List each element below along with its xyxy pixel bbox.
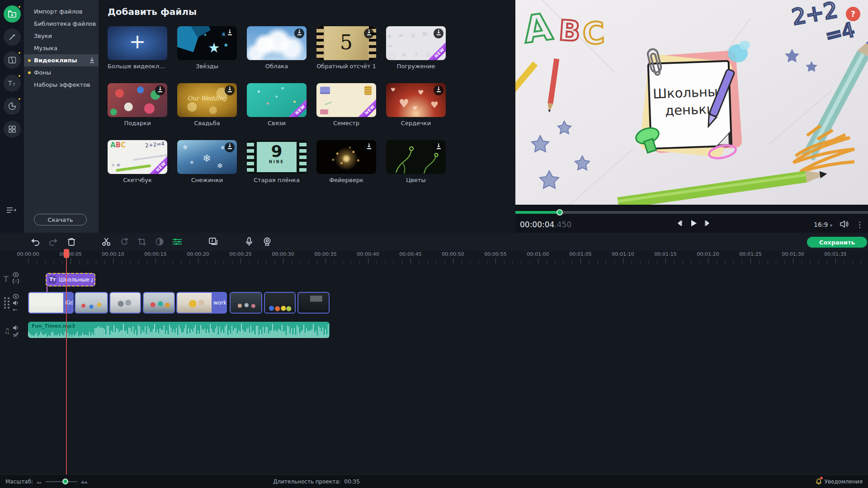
video-clip-4[interactable]: [143, 292, 175, 314]
add-track-icon[interactable]: [6, 206, 16, 216]
track-mute-icon[interactable]: [13, 325, 19, 331]
time-ruler[interactable]: 00:00:0000:00:0500:00:1000:00:1500:00:20…: [0, 251, 868, 264]
download-badge-icon[interactable]: ↓: [155, 85, 165, 95]
menu-item-4[interactable]: Музыка: [24, 42, 99, 54]
track-visibility-icon[interactable]: [13, 294, 19, 299]
audio-clip[interactable]: Fun_Times.mp3: [28, 322, 330, 338]
previous-frame-button[interactable]: [676, 220, 683, 227]
menu-item-6[interactable]: Фоны: [24, 66, 99, 79]
zoom-in-icon[interactable]: [81, 479, 88, 485]
preview-progress-bar[interactable]: [515, 211, 868, 214]
library-tile-semester[interactable]: NEWСеместр: [316, 83, 376, 127]
download-icon[interactable]: [89, 57, 95, 63]
library-tile-countdown[interactable]: 5↓Обратный отсчёт 1: [316, 26, 376, 70]
track-visibility-icon[interactable]: [13, 272, 19, 277]
volume-icon[interactable]: [840, 221, 849, 229]
tile-label: Подарки: [108, 120, 167, 127]
undo-button[interactable]: [29, 235, 42, 248]
track-arrow-icon[interactable]: ←: [13, 307, 19, 313]
help-button[interactable]: ?: [846, 7, 860, 21]
library-tile-links[interactable]: NEWСвязи: [247, 83, 307, 127]
filters-wand-icon[interactable]: [4, 28, 21, 46]
title-clip[interactable]: Tт Школьные д: [46, 273, 95, 286]
more-tools-icon[interactable]: [4, 121, 21, 138]
transitions-icon[interactable]: [4, 52, 21, 69]
transport-controls: [676, 219, 711, 227]
timeline-zoom-knob[interactable]: [62, 479, 68, 484]
menu-item-2[interactable]: Библиотека файлов: [24, 18, 99, 30]
download-content-button[interactable]: Скачать: [34, 214, 87, 225]
download-badge-icon[interactable]: ↓: [294, 28, 304, 38]
save-button[interactable]: Сохранить: [807, 237, 867, 248]
overlay-button[interactable]: [207, 235, 220, 248]
redo-button[interactable]: [47, 235, 60, 248]
new-badge: NEW: [355, 95, 376, 117]
library-tile-oldfilm[interactable]: 9NINEСтарая плёнка: [247, 140, 307, 184]
download-badge-icon[interactable]: ↓: [434, 85, 443, 95]
media-import-icon[interactable]: [4, 5, 21, 23]
ruler-tick: [776, 261, 776, 264]
track-link-icon[interactable]: [13, 278, 19, 284]
bell-icon: [816, 478, 822, 486]
clip-thumbnail: [144, 293, 174, 313]
playhead[interactable]: [66, 251, 67, 474]
ruler-tick: [215, 261, 216, 264]
download-badge-icon[interactable]: ↓: [225, 142, 235, 152]
svg-text:T: T: [8, 80, 12, 87]
rotate-button[interactable]: [118, 235, 131, 248]
menu-item-7[interactable]: Наборы эффектов: [24, 79, 99, 91]
library-tile-wedding[interactable]: Our Wedding↓Свадьба: [177, 83, 237, 127]
video-clip-6[interactable]: [230, 292, 262, 314]
aspect-ratio-select[interactable]: 16:9 ▾: [814, 221, 832, 228]
library-tile-snowflakes[interactable]: ❄❄❄❄❄↓Снежинки: [177, 140, 237, 184]
stickers-icon[interactable]: [4, 98, 21, 115]
menu-item-3[interactable]: Звуки: [24, 30, 99, 42]
library-tile-gifts[interactable]: ↓Подарки: [108, 83, 167, 127]
video-clip-5[interactable]: work: [176, 292, 227, 314]
zoom-out-icon[interactable]: [37, 479, 42, 485]
webcam-capture-button[interactable]: [261, 235, 274, 248]
download-badge-icon[interactable]: ↓: [364, 142, 374, 152]
ruler-label: 00:01:00: [527, 251, 549, 257]
download-badge-icon[interactable]: ↓: [225, 85, 235, 95]
crop-button[interactable]: [136, 235, 148, 248]
library-tile-flowers[interactable]: ↓Цветы: [386, 140, 446, 184]
tile-label: Старая плёнка: [247, 177, 307, 184]
next-frame-button[interactable]: [704, 220, 711, 227]
download-badge-icon[interactable]: ↓: [434, 142, 443, 152]
download-badge-icon[interactable]: ↓: [225, 28, 235, 38]
timeline-zoom-slider[interactable]: [46, 481, 77, 482]
menu-item-5[interactable]: Видеоклипы: [24, 54, 99, 66]
record-audio-button[interactable]: [243, 235, 255, 248]
menu-item-1[interactable]: Импорт файлов: [24, 5, 99, 18]
video-clip-8[interactable]: [297, 292, 330, 314]
delete-button[interactable]: [65, 235, 78, 248]
library-tile-immersion[interactable]: ✈ ✏ ⌂ ✉ ◻ ✂◯ ✎ ♪ △ ✐ ✈↓NEWПогружение: [386, 26, 446, 70]
download-badge-icon[interactable]: ↓: [364, 28, 374, 38]
preview-progress-knob[interactable]: [557, 209, 563, 216]
library-tile-sketchbook[interactable]: ABC2+2=4✳ ✱NEWСкетчбук: [108, 140, 167, 184]
notifications-label: Уведомления: [825, 479, 863, 485]
video-clip-2[interactable]: [75, 292, 108, 314]
ruler-tick: [444, 261, 445, 264]
split-scissors-button[interactable]: [100, 235, 113, 248]
ruler-tick: [717, 261, 717, 264]
video-clip-3[interactable]: [109, 292, 142, 314]
library-tile-plus[interactable]: +Больше видеоклипов: [108, 26, 167, 70]
download-badge-icon[interactable]: ↓: [434, 28, 443, 38]
vocal-remover-icon[interactable]: [13, 332, 19, 338]
titles-icon[interactable]: Tт: [4, 75, 21, 92]
more-options-icon[interactable]: ⋮: [856, 220, 863, 229]
library-tile-hearts[interactable]: ♥♥♥♥♥↓Сердечки: [386, 83, 446, 127]
library-tile-stars[interactable]: ★★★★↓Звёзды: [177, 26, 237, 70]
notifications-button[interactable]: Уведомления: [816, 475, 863, 488]
library-tile-clouds[interactable]: ↓Облака: [247, 26, 307, 70]
color-adjust-button[interactable]: [153, 235, 166, 248]
clip-properties-button[interactable]: [171, 235, 184, 248]
library-tile-fireworks[interactable]: ↓Фейерверк: [316, 140, 376, 184]
playhead-handle[interactable]: [64, 249, 69, 258]
video-clip-7[interactable]: [264, 292, 296, 314]
title-track-header: T: [4, 275, 8, 284]
play-button[interactable]: [689, 219, 698, 227]
track-mute-icon[interactable]: [13, 300, 19, 306]
